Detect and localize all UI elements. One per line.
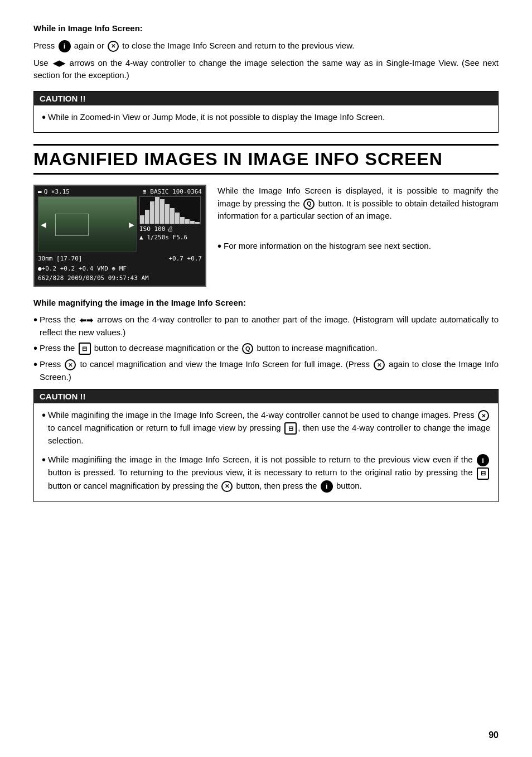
- top-p1-text: again or: [74, 41, 107, 50]
- wm-dot-3: •: [33, 358, 37, 370]
- c2-x-icon2: ✕: [221, 481, 233, 492]
- cam-bottom-row2: 662/828 2009/08/05 09:57:43 AM: [38, 273, 202, 283]
- wm-text-1: Press the ⬅➡ arrows on the 4-way control…: [40, 314, 499, 339]
- wm-dot-2: •: [33, 342, 37, 354]
- hist-bar-8: [175, 213, 180, 224]
- wm-q-icon2: Q: [242, 343, 253, 354]
- caution-header-1: CAUTION !!: [34, 91, 498, 105]
- c2-info-icon: i: [477, 454, 489, 466]
- c2-x-icon1: ✕: [478, 410, 489, 421]
- wm-arrows-icon: ⬅➡: [80, 315, 93, 326]
- wm-bullet-3: • Press ✕ to cancel magnification and vi…: [33, 358, 499, 383]
- top-p1-text2: to close the Image Info Screen and retur…: [122, 41, 354, 50]
- hist-bar-3: [150, 201, 154, 224]
- hist-bar-12: [195, 222, 200, 224]
- cam-iso: ISO 100: [139, 225, 165, 233]
- camera-screen: ▬ Q ×3.15 ⊞ BASIC 100-0364 ◀ ▶: [33, 185, 206, 287]
- wm-dot-1: •: [33, 314, 37, 326]
- caution-header-2: CAUTION !!: [34, 389, 498, 403]
- use-label: Use: [33, 58, 52, 67]
- for-more-bullet: • For more information on the histogram …: [217, 240, 499, 253]
- wm-x-icon3: ✕: [374, 359, 385, 370]
- info-icon-1: i: [59, 40, 71, 52]
- cam-lens-row: 30mm [17-70] +0.7 +0.7: [38, 254, 202, 264]
- wm-bullet-2: • Press the ⊟ button to decrease magnifi…: [33, 342, 499, 355]
- cam-basic-icon: ⊞: [143, 188, 147, 195]
- c2-text-1: While maginifing the image in the Image …: [48, 409, 490, 447]
- cam-icons1: 🖨: [167, 225, 173, 233]
- content-row: ▬ Q ×3.15 ⊞ BASIC 100-0364 ◀ ▶: [33, 185, 499, 287]
- top-heading: While in Image Info Screen:: [33, 22, 499, 35]
- cam-top-right: ⊞ BASIC 100-0364: [143, 188, 202, 195]
- cam-iso-row: ISO 100 🖨: [139, 225, 201, 233]
- caution-body-2: • While maginifing the image in the Imag…: [34, 403, 498, 501]
- c2-box-icon2: ⊟: [477, 467, 489, 480]
- lr-arrows-icon: ◀▶: [53, 57, 65, 69]
- while-magnifying-list: • Press the ⬅➡ arrows on the 4-way contr…: [33, 314, 499, 383]
- cam-file-info: BASIC 100-0364: [150, 188, 202, 195]
- wm-text-2: Press the ⊟ button to decrease magnifica…: [40, 342, 377, 355]
- cam-image-area: ◀ ▶: [38, 196, 202, 252]
- c2-dot-1: •: [42, 409, 46, 421]
- hist-bar-4: [155, 197, 159, 224]
- hist-bar-2: [145, 210, 149, 224]
- cam-top-bar: ▬ Q ×3.15 ⊞ BASIC 100-0364: [38, 188, 202, 195]
- cam-top-left: ▬ Q ×3.15: [38, 188, 70, 195]
- hist-bar-6: [165, 204, 170, 224]
- for-more-text: For more information on the histogram se…: [224, 240, 431, 253]
- cam-battery-icon: ▬: [38, 188, 42, 195]
- top-paragraph2: Use ◀▶ arrows on the 4-way controller to…: [33, 57, 499, 82]
- right-desc-text: While the Image Info Screen is displayed…: [217, 185, 499, 223]
- caution-body-1: • While in Zoomed-in View or Jump Mode, …: [34, 105, 498, 133]
- bullet-dot: •: [42, 111, 46, 123]
- c2-info-icon2: i: [321, 480, 333, 493]
- top-heading-text: While in Image Info Screen:: [33, 23, 143, 33]
- wm-bullet-1: • Press the ⬅➡ arrows on the 4-way contr…: [33, 314, 499, 339]
- wm-decrease-icon: ⊟: [79, 343, 91, 355]
- cam-right-arrow: ▶: [129, 219, 134, 230]
- while-magnifying-heading: While magnifying the image in the Image …: [33, 297, 499, 310]
- x-icon-1: ✕: [108, 41, 119, 52]
- for-more-dot: •: [217, 240, 221, 252]
- cam-ev: +0.7 +0.7: [168, 254, 202, 264]
- cam-bottom-row1: ●+0.2 +0.2 +0.4 VMD ⊕ MF: [38, 264, 202, 274]
- wm-text-3: Press ✕ to cancel magnification and view…: [40, 358, 499, 383]
- press-label: Press: [33, 41, 57, 50]
- top-paragraph1: Press i again or ✕ to close the Image In…: [33, 40, 499, 52]
- cam-histogram: [139, 196, 201, 224]
- hist-bar-1: [140, 215, 144, 224]
- while-magnifying-heading-text: While magnifying the image in the Image …: [33, 298, 246, 307]
- q-icon: Q: [303, 199, 315, 210]
- c2-text-2: While maginifiing the image in the Image…: [48, 454, 490, 492]
- c2-dot-2: •: [42, 454, 46, 466]
- cam-left-arrow: ◀: [41, 219, 46, 230]
- wm-x-icon2: ✕: [65, 359, 76, 370]
- right-description-area: While the Image Info Screen is displayed…: [217, 185, 499, 287]
- cam-zoom: Q ×3.15: [44, 188, 70, 195]
- hist-bar-7: [170, 208, 175, 224]
- cam-exposure: ▲ 1/250s F5.6: [139, 234, 187, 241]
- cam-exposure-row: ▲ 1/250s F5.6: [139, 234, 201, 241]
- caution-box-1: CAUTION !! • While in Zoomed-in View or …: [33, 91, 499, 133]
- hist-bar-5: [160, 199, 165, 224]
- main-title: MAGNIFIED IMAGES IN IMAGE INFO SCREEN: [33, 144, 499, 175]
- caution-box-2: CAUTION !! • While maginifing the image …: [33, 389, 499, 502]
- cam-main-image: ◀ ▶: [38, 196, 137, 252]
- top-section: While in Image Info Screen: Press i agai…: [33, 22, 499, 82]
- cam-bottom-info: 30mm [17-70] +0.7 +0.7 ●+0.2 +0.2 +0.4 V…: [38, 254, 202, 283]
- hist-bar-11: [190, 221, 195, 224]
- cam-lens: 30mm [17-70]: [38, 254, 82, 264]
- page-number: 90: [489, 730, 499, 740]
- top-p2-text: arrows on the 4-way controller to change…: [33, 58, 499, 80]
- caution1-bullet1: • While in Zoomed-in View or Jump Mode, …: [42, 111, 490, 124]
- caution2-bullet2: • While maginifiing the image in the Ima…: [42, 454, 490, 492]
- caution2-bullet1: • While maginifing the image in the Imag…: [42, 409, 490, 447]
- hist-bar-9: [180, 217, 185, 224]
- cam-histogram-area: ISO 100 🖨 ▲ 1/250s F5.6: [139, 196, 201, 252]
- c2-box-icon1: ⊟: [284, 422, 297, 435]
- caution1-text: While in Zoomed-in View or Jump Mode, it…: [48, 111, 385, 124]
- cam-selection-box: [55, 214, 89, 236]
- hist-bar-10: [185, 219, 190, 224]
